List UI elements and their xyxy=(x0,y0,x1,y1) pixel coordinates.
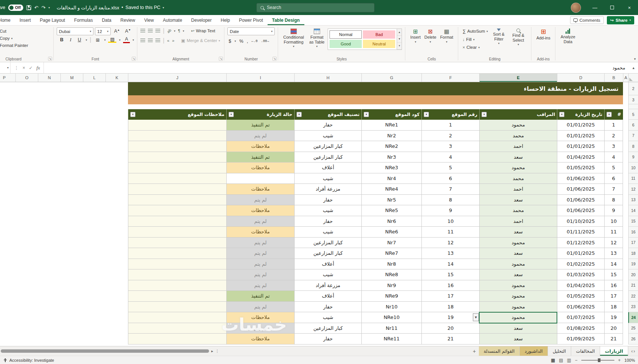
cell-classification[interactable]: حفار xyxy=(294,302,361,313)
column-header-N[interactable]: N xyxy=(38,74,60,82)
cell-P[interactable] xyxy=(0,312,15,323)
cell-notes[interactable] xyxy=(128,227,226,238)
gallery-up-icon[interactable]: ▲ xyxy=(397,29,402,36)
cell-A[interactable] xyxy=(623,173,628,184)
cell-M[interactable] xyxy=(60,195,83,206)
cell-N[interactable] xyxy=(38,184,60,195)
filter-button-num[interactable]: ▾ xyxy=(606,112,612,117)
cell-M[interactable] xyxy=(60,131,83,141)
row-header-5[interactable]: 5 xyxy=(628,109,638,120)
cell-site-code[interactable]: NRe9 xyxy=(361,291,421,302)
cell-site-code[interactable]: NRe6 xyxy=(361,227,421,238)
cell-K[interactable] xyxy=(105,248,128,259)
cell-date[interactable]: 01/01/2025 xyxy=(557,141,604,152)
cell-date[interactable]: 01/01/2025 xyxy=(557,131,604,141)
cell-site-no[interactable]: 13 xyxy=(421,248,479,259)
cell-N[interactable] xyxy=(38,238,60,248)
sheet-tab-المخالفات[interactable]: المخالفات xyxy=(571,346,600,356)
cell-notes[interactable] xyxy=(128,120,226,131)
cell-date[interactable]: 01/01/2025 xyxy=(557,248,604,259)
cell-A[interactable] xyxy=(623,259,628,270)
filter-button-site_no[interactable]: ▾ xyxy=(424,112,429,117)
filter-button-notes[interactable]: ▾ xyxy=(130,112,135,117)
cell-K[interactable] xyxy=(105,238,128,248)
cell-notes[interactable] xyxy=(128,259,226,270)
cell-M[interactable] xyxy=(60,259,83,270)
cell-M[interactable] xyxy=(60,82,83,95)
cell-A[interactable] xyxy=(623,184,628,195)
normal-view-icon[interactable]: ▦ xyxy=(551,358,555,363)
decrease-indent-icon[interactable]: « xyxy=(167,38,169,43)
cell-O[interactable] xyxy=(15,269,38,280)
cell-N[interactable] xyxy=(38,280,60,291)
delete-cells-button[interactable]: ⊠ Delete ▾ xyxy=(423,27,438,45)
cell-O[interactable] xyxy=(15,334,38,344)
cell-K[interactable] xyxy=(105,82,128,95)
page-break-view-icon[interactable]: ▥ xyxy=(567,358,571,363)
cell-A[interactable] xyxy=(623,323,628,334)
cell-notes[interactable] xyxy=(128,195,226,206)
save-icon[interactable] xyxy=(26,5,31,10)
cell-K[interactable] xyxy=(105,312,128,323)
cell-classification[interactable]: كبار المزارعين xyxy=(294,248,361,259)
ribbon-tab-table-design[interactable]: Table Design xyxy=(268,15,304,25)
cell-A[interactable] xyxy=(623,104,628,109)
filter-button-supervisor[interactable]: ▾ xyxy=(482,112,487,117)
column-header-A[interactable]: A xyxy=(623,74,628,82)
formula-input[interactable]: محمود xyxy=(44,62,629,73)
cell-M[interactable] xyxy=(60,109,83,120)
row-header-12[interactable]: 12 xyxy=(628,184,638,195)
cell-K[interactable] xyxy=(105,227,128,238)
cell-site-code[interactable]: Nr4 xyxy=(361,173,421,184)
clipboard-dialog-launcher[interactable]: ↘ xyxy=(48,57,52,61)
cell-K[interactable] xyxy=(105,109,128,120)
cell-classification[interactable]: أعلاف xyxy=(294,291,361,302)
cell-N[interactable] xyxy=(38,82,60,95)
cell-A[interactable] xyxy=(623,280,628,291)
cell-num[interactable]: 1 xyxy=(604,120,623,131)
decrease-font-button[interactable]: A▼ xyxy=(123,28,132,34)
cell-N[interactable] xyxy=(38,334,60,344)
cell-L[interactable] xyxy=(83,259,105,270)
cell-O[interactable] xyxy=(15,248,38,259)
cell-K[interactable] xyxy=(105,216,128,227)
cell-notes[interactable] xyxy=(128,291,226,302)
cell-N[interactable] xyxy=(38,152,60,163)
cell-O[interactable] xyxy=(15,152,38,163)
cell-site-no[interactable]: 19 xyxy=(421,312,479,323)
cell-site-no[interactable]: 17 xyxy=(421,291,479,302)
cell-supervisor[interactable]: سعد xyxy=(479,195,557,206)
cell-site-code[interactable]: Nr11 xyxy=(361,323,421,334)
cell-O[interactable] xyxy=(15,227,38,238)
cell-P[interactable] xyxy=(0,109,15,120)
cell-K[interactable] xyxy=(105,95,128,104)
comma-style-icon[interactable]: , xyxy=(247,38,248,44)
italic-button[interactable]: I xyxy=(68,37,73,43)
cell-site-no[interactable]: 21 xyxy=(421,334,479,344)
percent-style-icon[interactable]: % xyxy=(239,39,244,44)
cell-classification[interactable]: أعلاف xyxy=(294,162,361,173)
addins-button[interactable]: ⊞ Add-ins xyxy=(534,27,552,42)
new-sheet-button[interactable]: + xyxy=(470,346,479,356)
cell-N[interactable] xyxy=(38,120,60,131)
row-header-16[interactable]: 16 xyxy=(628,227,638,238)
cell-site-code[interactable]: Nr9 xyxy=(361,280,421,291)
cell-L[interactable] xyxy=(83,302,105,313)
cell-K[interactable] xyxy=(105,141,128,152)
cell-style-good[interactable]: Good xyxy=(330,40,362,48)
cell-supervisor[interactable]: سعد xyxy=(479,152,557,163)
row-header-2[interactable]: 2 xyxy=(628,82,638,95)
styles-gallery-scrollbar[interactable]: ▲ ▼ ▾ xyxy=(397,29,402,50)
cell-num[interactable]: 3 xyxy=(604,141,623,152)
cell-site-code[interactable]: NRe4 xyxy=(361,184,421,195)
cell-N[interactable] xyxy=(38,269,60,280)
filter-button-date[interactable]: ▾ xyxy=(559,112,564,117)
cell-M[interactable] xyxy=(60,162,83,173)
cell-O[interactable] xyxy=(15,184,38,195)
cell-supervisor[interactable]: احمد xyxy=(479,216,557,227)
cell-O[interactable] xyxy=(15,120,38,131)
gallery-more-icon[interactable]: ▾ xyxy=(397,43,402,50)
filter-button-status[interactable]: ▾ xyxy=(229,112,234,117)
cell-P[interactable] xyxy=(0,173,15,184)
cell-site-no[interactable]: 18 xyxy=(421,302,479,313)
